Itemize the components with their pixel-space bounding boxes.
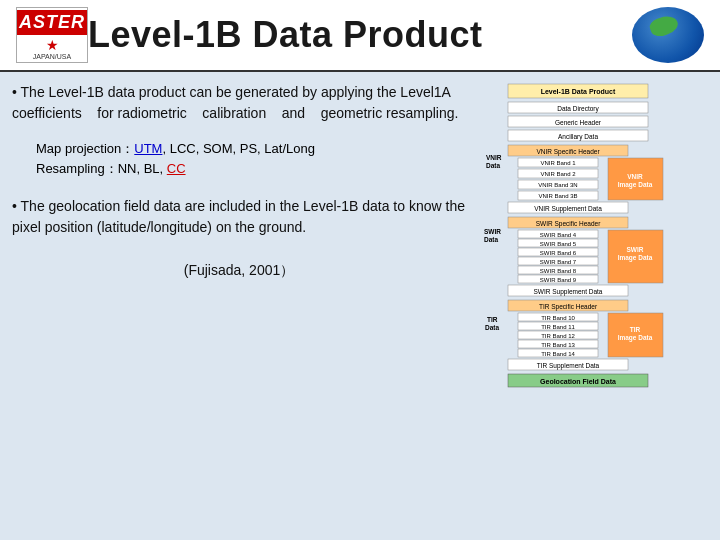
svg-text:Data Directory: Data Directory (557, 105, 599, 113)
svg-text:TIR: TIR (630, 326, 641, 333)
cc-link[interactable]: CC (167, 161, 186, 176)
applying-text: applying (321, 84, 373, 100)
earth-logo (632, 7, 704, 63)
bullet1-text: • The Level-1B data product can be gener… (12, 82, 466, 124)
citation: (Fujisada, 2001） (12, 262, 466, 280)
svg-text:SWIR Band 8: SWIR Band 8 (540, 268, 577, 274)
svg-text:TIR Specific Header: TIR Specific Header (539, 303, 598, 311)
aster-logo-text: ASTER (16, 10, 88, 35)
svg-text:TIR: TIR (487, 316, 498, 323)
svg-text:TIR Band 13: TIR Band 13 (541, 342, 575, 348)
left-panel: • The Level-1B data product can be gener… (12, 82, 466, 540)
svg-text:VNIR Band 1: VNIR Band 1 (540, 160, 576, 166)
svg-text:Image Data: Image Data (618, 254, 653, 262)
svg-text:SWIR Band 4: SWIR Band 4 (540, 232, 577, 238)
slide: ASTER ★ JAPAN/USA Level-1B Data Product … (0, 0, 720, 540)
svg-text:Data: Data (484, 236, 498, 243)
map-projection-line: Map projection：UTM, LCC, SOM, PS, Lat/Lo… (36, 140, 466, 158)
resampling-label: Resampling：NN, BL, (36, 161, 167, 176)
svg-text:Level-1B Data Product: Level-1B Data Product (541, 88, 616, 95)
svg-text:Data: Data (485, 324, 499, 331)
svg-text:TIR Supplement Data: TIR Supplement Data (537, 362, 600, 370)
svg-text:SWIR Band 7: SWIR Band 7 (540, 259, 577, 265)
svg-text:VNIR: VNIR (486, 154, 502, 161)
svg-text:TIR Band 10: TIR Band 10 (541, 315, 575, 321)
svg-text:Image Data: Image Data (618, 334, 653, 342)
svg-text:Data: Data (486, 162, 500, 169)
svg-text:Geolocation Field Data: Geolocation Field Data (540, 378, 616, 385)
svg-text:SWIR Specific Header: SWIR Specific Header (536, 220, 601, 228)
aster-logo-mid: ★ (46, 37, 59, 53)
svg-text:VNIR Supplement Data: VNIR Supplement Data (534, 205, 602, 213)
aster-logo: ASTER ★ JAPAN/USA (16, 7, 88, 63)
resampling-line: Resampling：NN, BL, CC (36, 160, 466, 178)
svg-text:VNIR Band 2: VNIR Band 2 (540, 171, 576, 177)
slide-title: Level-1B Data Product (88, 14, 632, 56)
map-projection-section: Map projection：UTM, LCC, SOM, PS, Lat/Lo… (36, 140, 466, 180)
right-panel: Level-1B Data Product Data Directory Gen… (478, 82, 708, 540)
svg-text:Ancillary Data: Ancillary Data (558, 133, 598, 141)
svg-text:SWIR Band 9: SWIR Band 9 (540, 277, 577, 283)
svg-text:TIR Band 12: TIR Band 12 (541, 333, 575, 339)
bullet2-text: • The geolocation field data are include… (12, 196, 466, 238)
header: ASTER ★ JAPAN/USA Level-1B Data Product (0, 0, 720, 72)
svg-text:VNIR: VNIR (627, 173, 643, 180)
aster-star: ★ (46, 37, 59, 53)
map-projection-label: Map projection： (36, 141, 134, 156)
svg-text:VNIR Band 3N: VNIR Band 3N (538, 182, 577, 188)
bullet1-section: • The Level-1B data product can be gener… (12, 82, 466, 128)
svg-text:Generic Header: Generic Header (555, 119, 602, 126)
svg-text:SWIR: SWIR (484, 228, 501, 235)
svg-text:SWIR Supplement Data: SWIR Supplement Data (533, 288, 602, 296)
svg-text:Image Data: Image Data (618, 181, 653, 189)
content-area: • The Level-1B data product can be gener… (0, 72, 720, 540)
svg-text:SWIR Band 5: SWIR Band 5 (540, 241, 577, 247)
svg-text:VNIR Band 3B: VNIR Band 3B (538, 193, 577, 199)
map-projection-rest: , LCC, SOM, PS, Lat/Long (162, 141, 314, 156)
aster-logo-subtitle: JAPAN/USA (33, 53, 71, 60)
level1b-diagram: Level-1B Data Product Data Directory Gen… (478, 82, 708, 540)
bullet2-section: • The geolocation field data are include… (12, 196, 466, 238)
svg-text:TIR Band 14: TIR Band 14 (541, 351, 575, 357)
svg-text:VNIR Specific Header: VNIR Specific Header (536, 148, 600, 156)
svg-text:SWIR: SWIR (627, 246, 644, 253)
utm-link[interactable]: UTM (134, 141, 162, 156)
svg-text:TIR Band 11: TIR Band 11 (541, 324, 575, 330)
svg-text:SWIR Band 6: SWIR Band 6 (540, 250, 577, 256)
